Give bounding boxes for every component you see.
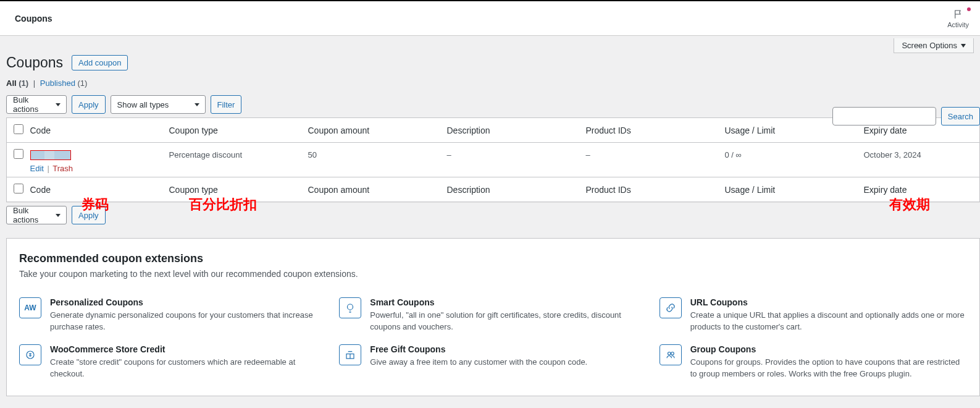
select-all-bottom[interactable] [14, 184, 23, 193]
page-title: Coupons [6, 54, 63, 71]
cell-type: Percentage discount [163, 143, 302, 177]
col-code[interactable]: Code [24, 118, 163, 143]
activity-dot-icon [967, 7, 971, 11]
col-type: Coupon type [163, 118, 302, 143]
search-box: Search [832, 107, 980, 125]
apply-button-top[interactable]: Apply [72, 95, 106, 114]
col-expiry-foot: Expiry date [858, 177, 980, 202]
cell-desc: – [441, 143, 580, 177]
bulk-actions-select[interactable]: Bulk actions [6, 95, 67, 114]
edit-link[interactable]: Edit [30, 164, 44, 173]
ext-url-coupons[interactable]: URL Coupons Create a unique URL that app… [660, 297, 967, 333]
col-pids: Product IDs [580, 118, 719, 143]
search-button[interactable]: Search [941, 107, 980, 125]
ext-personalized-coupons[interactable]: AW Personalized Coupons Generate dynamic… [19, 297, 327, 333]
cell-usage: 0 / ∞ [719, 143, 858, 177]
col-amount-foot: Coupon amount [302, 177, 441, 202]
row-actions: Edit | Trash [30, 164, 157, 173]
ext-free-gift[interactable]: Free Gift Coupons Give away a free item … [339, 344, 647, 380]
svg-point-3 [668, 352, 671, 355]
view-filters: All (1) | Published (1) [6, 79, 980, 88]
col-usage-foot: Usage / Limit [719, 177, 858, 202]
ext-store-credit[interactable]: WooCommerce Store Credit Create "store c… [19, 344, 327, 380]
bulk-actions-select-bottom[interactable]: Bulk actions [6, 206, 67, 224]
view-published[interactable]: Published (1) [40, 79, 88, 88]
types-select[interactable]: Show all types [111, 95, 206, 114]
aw-icon: AW [19, 297, 41, 318]
table-row: Edit | Trash Percentage discount 50 – – … [7, 143, 980, 177]
extensions-panel: Recommended coupon extensions Take your … [6, 238, 980, 396]
col-code-foot[interactable]: Code [24, 177, 163, 202]
cell-pids: – [580, 143, 719, 177]
cell-expiry: October 3, 2024 [858, 143, 980, 177]
bulb-icon [339, 297, 361, 318]
top-header: Coupons Activity [0, 1, 980, 36]
apply-button-bottom[interactable]: Apply [72, 206, 106, 224]
select-all-top[interactable] [14, 124, 23, 134]
activity-button[interactable]: Activity [947, 9, 969, 28]
add-coupon-button[interactable]: Add coupon [72, 55, 128, 70]
col-desc-foot: Description [441, 177, 580, 202]
coupons-table: Code Coupon type Coupon amount Descripti… [6, 117, 980, 202]
col-desc: Description [441, 118, 580, 143]
filter-button[interactable]: Filter [211, 95, 242, 114]
col-amount: Coupon amount [302, 118, 441, 143]
select-row[interactable] [14, 149, 23, 159]
cell-amount: 50 [302, 143, 441, 177]
tablenav-bottom: Bulk actions Apply [6, 206, 980, 224]
svg-point-0 [348, 304, 353, 310]
extensions-heading: Recommended coupon extensions [19, 252, 967, 265]
col-type-foot: Coupon type [163, 177, 302, 202]
header-title: Coupons [15, 14, 52, 23]
link-icon [660, 297, 682, 318]
svg-point-4 [671, 352, 674, 355]
activity-label: Activity [947, 21, 969, 28]
trash-link[interactable]: Trash [52, 164, 73, 173]
coupon-code-redacted[interactable] [30, 150, 71, 160]
coin-icon [19, 344, 41, 365]
ext-group-coupons[interactable]: Group Coupons Coupons for groups. Provid… [660, 344, 967, 380]
flag-icon [953, 9, 964, 20]
gift-icon [339, 344, 361, 365]
group-icon [660, 344, 682, 365]
col-pids-foot: Product IDs [580, 177, 719, 202]
ext-smart-coupons[interactable]: Smart Coupons Powerful, "all in one" sol… [339, 297, 647, 333]
extensions-sub: Take your coupon marketing to the next l… [19, 269, 967, 279]
view-all[interactable]: All (1) [6, 79, 28, 88]
search-input[interactable] [832, 107, 936, 125]
